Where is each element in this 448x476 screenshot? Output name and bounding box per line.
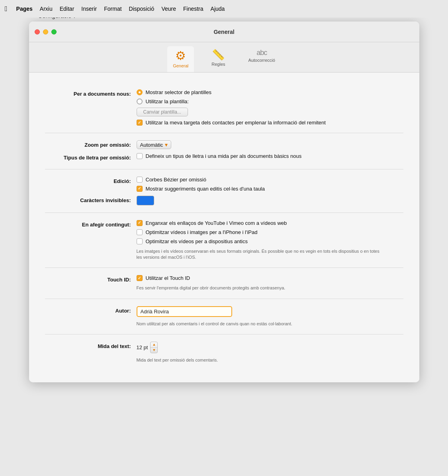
option-utilitzar-plantilla: Utilitzar la plantilla: [137, 98, 403, 104]
ruler-icon: 📏 [212, 49, 225, 61]
preferences-content: Per a documents nous: Mostrar selector d… [29, 73, 419, 382]
menu-editar[interactable]: Editar [60, 6, 74, 12]
content-tipus-lletra: Defineix un tipus de lletra i una mida p… [137, 153, 403, 159]
row-touch-id: Touch ID: Utilitzar el Touch ID Fes serv… [45, 275, 403, 291]
row-autor: Autor: Nom utilitzat per als comentaris … [45, 306, 403, 327]
row-mida-text: Mida del text: 12 pt ▲ ▼ Mida del text p… [45, 342, 403, 363]
section-zoom: Zoom per omissió: Automàtic ▾ Tipus de l… [45, 133, 403, 169]
label-optimitzar-iphone: Optimitzar vídeos i imatges per a l'iPho… [146, 229, 258, 235]
menu-finestra[interactable]: Finestra [183, 6, 203, 12]
checkbox-touch-id[interactable] [137, 275, 143, 281]
content-caracters [137, 196, 403, 205]
toolbar: ⚙ General 📏 Regles abc Autocorrecció [29, 42, 419, 73]
option-tipus-lletra-checkbox: Defineix un tipus de lletra i una mida p… [137, 153, 403, 159]
option-mida-stepper: 12 pt ▲ ▼ [137, 342, 403, 353]
checkbox-tipus-lletra[interactable] [137, 153, 143, 159]
checkbox-optimitzar-antics[interactable] [137, 238, 143, 244]
window-title: General [213, 29, 234, 35]
checkbox-corbes-bezier[interactable] [137, 177, 143, 183]
row-en-afegir: En afegir contingut: Enganxar els enllaç… [45, 220, 403, 261]
mida-stepper: 12 pt ▲ ▼ [137, 342, 158, 353]
label-targeta-contactes: Utilitzar la meva targeta dels contactes… [146, 120, 326, 126]
tab-autocorreccio[interactable]: abc Autocorrecció [243, 46, 281, 72]
titlebar: General [29, 22, 419, 42]
label-defineix-tipus: Defineix un tipus de lletra i una mida p… [146, 153, 302, 159]
label-tipus-lletra: Tipus de lletra per omissió: [45, 153, 137, 162]
checkbox-youtube-vimeo[interactable] [137, 220, 143, 226]
option-canviar-plantilla: Canviar plantilla... [137, 108, 403, 116]
hint-autor: Nom utilitzat per als comentaris i el co… [137, 321, 383, 327]
minimize-button[interactable] [43, 29, 48, 34]
label-caracters: Caràcters invisibles: [45, 196, 137, 205]
label-zoom: Zoom per omissió: [45, 140, 137, 149]
option-mostrar-suggeriments: Mostrar suggeriments quan editis cel·les… [137, 186, 403, 192]
tab-general-label: General [173, 63, 188, 68]
label-autor: Autor: [45, 306, 137, 315]
option-mostrar-selector: Mostrar selector de plantilles [137, 89, 403, 95]
radio-utilitzar-plantilla[interactable] [137, 98, 143, 104]
autor-input[interactable] [137, 306, 232, 317]
gear-icon: ⚙ [175, 49, 186, 63]
label-optimitzar-antics: Optimitzar els vídeos per a dispositius … [146, 238, 248, 244]
content-mida-text: 12 pt ▲ ▼ Mida del text per omissió dels… [137, 342, 403, 363]
option-touch-id-checkbox: Utilitzar el Touch ID [137, 275, 403, 281]
option-corbes-bezier: Corbes Bézier per omissió [137, 177, 403, 183]
row-edicio: Edició: Corbes Bézier per omissió Mostra… [45, 177, 403, 192]
hint-en-afegir: Les imatges i els vídeos conservaran els… [137, 248, 383, 261]
radio-mostrar-selector[interactable] [137, 89, 143, 95]
zoom-value: Automàtic [140, 142, 163, 148]
traffic-lights [35, 29, 57, 34]
checkbox-targeta-contactes[interactable] [137, 120, 143, 126]
menu-arxiu[interactable]: Arxiu [40, 6, 53, 12]
canviar-plantilla-button[interactable]: Canviar plantilla... [137, 108, 188, 116]
checkbox-optimitzar-iphone[interactable] [137, 229, 143, 235]
label-mostrar-selector: Mostrar selector de plantilles [146, 89, 211, 95]
option-targeta-contactes: Utilitzar la meva targeta dels contactes… [137, 120, 403, 126]
option-color-swatch [137, 196, 403, 205]
checkbox-mostrar-suggeriments[interactable] [137, 186, 143, 192]
row-tipus-lletra: Tipus de lletra per omissió: Defineix un… [45, 153, 403, 162]
content-touch-id: Utilitzar el Touch ID Fes servir l'empre… [137, 275, 403, 291]
abc-icon: abc [256, 49, 267, 57]
menubar:  Pages Arxiu Editar Inserir Format Disp… [0, 0, 448, 18]
section-per-documents: Per a documents nous: Mostrar selector d… [45, 82, 403, 133]
close-button[interactable] [35, 29, 40, 34]
color-picker[interactable] [137, 196, 154, 205]
option-optimitzar-iphone: Optimitzar vídeos i imatges per a l'iPho… [137, 229, 403, 235]
menu-format[interactable]: Format [104, 6, 121, 12]
zoom-dropdown[interactable]: Automàtic ▾ [137, 140, 172, 149]
label-utilitzar-plantilla: Utilitzar la plantilla: [146, 98, 189, 104]
stepper-down-icon[interactable]: ▼ [151, 348, 157, 353]
section-mida-text: Mida del text: 12 pt ▲ ▼ Mida del text p… [45, 334, 403, 370]
row-caracters: Caràcters invisibles: [45, 196, 403, 205]
option-optimitzar-antics: Optimitzar els vídeos per a dispositius … [137, 238, 403, 244]
section-touch-id: Touch ID: Utilitzar el Touch ID Fes serv… [45, 268, 403, 299]
row-zoom: Zoom per omissió: Automàtic ▾ [45, 140, 403, 149]
hint-mida-text: Mida del text per omissió dels comentari… [137, 357, 383, 363]
label-mida-text: Mida del text: [45, 342, 137, 350]
content-zoom: Automàtic ▾ [137, 140, 403, 149]
option-zoom-dropdown: Automàtic ▾ [137, 140, 403, 149]
section-en-afegir: En afegir contingut: Enganxar els enllaç… [45, 213, 403, 268]
section-edicio: Edició: Corbes Bézier per omissió Mostra… [45, 169, 403, 213]
hint-touch-id: Fes servir l'empremta digital per obrir … [137, 285, 383, 291]
apple-menu[interactable]:  [5, 5, 8, 13]
tab-general[interactable]: ⚙ General [167, 46, 194, 72]
stepper-arrows[interactable]: ▲ ▼ [150, 342, 158, 353]
label-en-afegir: En afegir contingut: [45, 220, 137, 229]
menu-disposicio[interactable]: Disposició [129, 6, 155, 12]
menu-veure[interactable]: Veure [161, 6, 176, 12]
label-mostrar-suggeriments: Mostrar suggeriments quan editis cel·les… [146, 186, 265, 192]
tab-regles[interactable]: 📏 Regles [206, 46, 231, 72]
stepper-up-icon[interactable]: ▲ [151, 342, 157, 348]
label-per-documents: Per a documents nous: [45, 89, 137, 98]
menu-inserir[interactable]: Inserir [81, 6, 97, 12]
content-edicio: Corbes Bézier per omissió Mostrar sugger… [137, 177, 403, 192]
fullscreen-button[interactable] [51, 29, 57, 34]
menu-ajuda[interactable]: Ajuda [211, 6, 225, 12]
tab-autocorreccio-label: Autocorrecció [248, 58, 275, 63]
preferences-window: General ⚙ General 📏 Regles abc Autocorre… [29, 22, 419, 382]
menu-pages[interactable]: Pages [16, 6, 33, 12]
content-autor: Nom utilitzat per als comentaris i el co… [137, 306, 403, 327]
label-corbes-bezier: Corbes Bézier per omissió [146, 177, 206, 183]
